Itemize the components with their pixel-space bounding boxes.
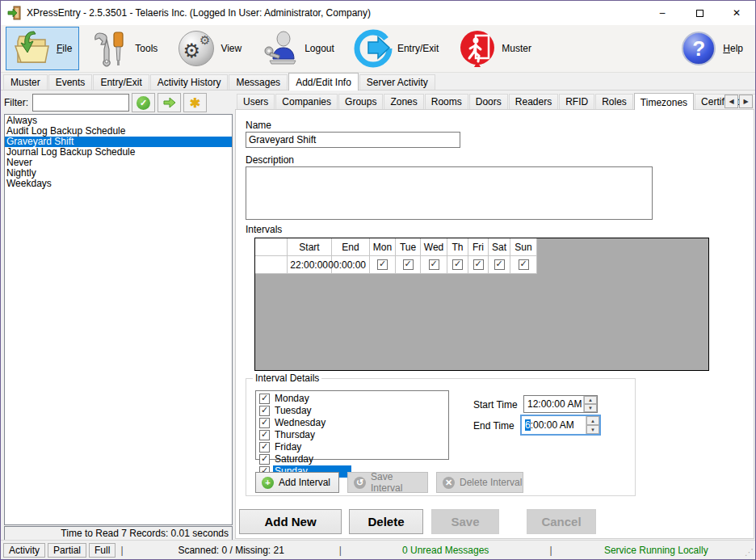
filter-label: Filter: <box>4 97 28 108</box>
tab-events[interactable]: Events <box>48 74 93 90</box>
col-mon: Mon <box>370 238 396 256</box>
full-button[interactable]: Full <box>89 543 116 558</box>
grid-data-row[interactable]: 22:00:00 00:00:00 <box>255 256 708 274</box>
description-input[interactable] <box>246 166 653 220</box>
asterisk-icon: ✱ <box>190 95 200 111</box>
list-item[interactable]: Journal Log Backup Schedule <box>5 147 232 158</box>
muster-runner-icon <box>458 30 497 67</box>
th-checkbox[interactable] <box>452 259 463 270</box>
list-item[interactable]: Never <box>5 158 232 168</box>
day-item-friday[interactable]: Friday <box>258 441 351 453</box>
tab-server-activity[interactable]: Server Activity <box>359 74 435 90</box>
spin-down-icon[interactable]: ▼ <box>586 425 599 434</box>
wed-checkbox[interactable] <box>429 259 439 270</box>
tab-groups[interactable]: Groups <box>338 94 383 109</box>
add-new-button[interactable]: Add New <box>239 509 342 534</box>
start-time-spinner[interactable]: 12:00:00 AM ▲ ▼ <box>523 395 598 413</box>
tab-entry-exit[interactable]: Entry/Exit <box>93 74 149 90</box>
tab-roles[interactable]: Roles <box>595 94 633 109</box>
toolbar: File Tools ⚙⚙ View <box>1 25 755 73</box>
start-time-value[interactable]: 12:00:00 AM <box>524 396 583 412</box>
thursday-checkbox[interactable] <box>259 430 270 440</box>
tab-companies[interactable]: Companies <box>275 94 338 109</box>
day-item-tuesday[interactable]: Tuesday <box>258 405 351 417</box>
tab-scroll-right-icon[interactable]: ▶ <box>739 95 753 108</box>
close-button[interactable]: ✕ <box>718 1 755 25</box>
spin-down-icon[interactable]: ▼ <box>584 404 597 412</box>
saturday-checkbox[interactable] <box>259 454 270 465</box>
muster-button[interactable]: Muster <box>451 27 539 70</box>
logout-person-icon <box>261 30 300 67</box>
tab-add-edit-info[interactable]: Add/Edit Info <box>288 73 359 91</box>
partial-button[interactable]: Partial <box>48 543 86 558</box>
mon-cell[interactable] <box>370 256 396 274</box>
resize-grip[interactable]: ⋰ <box>745 547 754 558</box>
interval-details-group: Interval Details Monday Tuesday Wednesda… <box>246 378 636 496</box>
intervals-grid[interactable]: Start End Mon Tue Wed Th Fri Sat Sun 22:… <box>254 238 709 371</box>
tuesday-label: Tuesday <box>273 405 351 417</box>
filter-apply-button[interactable]: ✓ <box>132 93 155 112</box>
filter-input[interactable] <box>32 94 129 112</box>
help-button[interactable]: ? Help <box>672 27 750 70</box>
tue-checkbox[interactable] <box>403 259 414 270</box>
tools-button[interactable]: Tools <box>84 27 165 70</box>
sun-checkbox[interactable] <box>519 259 529 270</box>
tab-readers[interactable]: Readers <box>509 94 558 109</box>
sun-cell[interactable] <box>510 256 537 274</box>
fri-cell[interactable] <box>468 256 489 274</box>
tab-scroll-left-icon[interactable]: ◀ <box>724 95 738 108</box>
wed-cell[interactable] <box>421 256 447 274</box>
logout-button[interactable]: Logout <box>254 27 342 70</box>
spin-up-icon[interactable]: ▲ <box>586 416 599 425</box>
tab-zones[interactable]: Zones <box>384 94 423 109</box>
tuesday-checkbox[interactable] <box>259 406 270 416</box>
end-cell[interactable]: 00:00:00 <box>332 256 370 274</box>
tab-rooms[interactable]: Rooms <box>425 94 468 109</box>
maximize-button[interactable] <box>681 1 718 25</box>
day-item-saturday[interactable]: Saturday <box>258 453 351 465</box>
minimize-button[interactable]: – <box>644 1 681 25</box>
spin-up-icon[interactable]: ▲ <box>584 396 597 404</box>
end-time-value[interactable]: 6:00:00 AM <box>522 416 586 434</box>
filter-go-button[interactable] <box>158 93 181 112</box>
add-interval-button[interactable]: + Add Interval <box>255 472 339 493</box>
mon-checkbox[interactable] <box>377 259 388 270</box>
list-item[interactable]: Weekdays <box>5 179 232 189</box>
col-wed: Wed <box>421 238 447 256</box>
end-time-spinner[interactable]: 6:00:00 AM ▲ ▼ <box>520 415 601 436</box>
sat-cell[interactable] <box>489 256 510 274</box>
row-header-cell[interactable] <box>255 256 288 274</box>
tab-rfid[interactable]: RFID <box>559 94 594 109</box>
day-item-monday[interactable]: Monday <box>258 393 351 405</box>
start-cell[interactable]: 22:00:00 <box>288 256 332 274</box>
end-time-label: End Time <box>473 420 514 432</box>
name-input[interactable] <box>246 132 460 148</box>
tab-activity-history[interactable]: Activity History <box>150 74 229 90</box>
activity-button[interactable]: Activity <box>3 543 45 558</box>
sat-checkbox[interactable] <box>494 259 505 270</box>
end-time-selected-digit[interactable]: 6 <box>525 419 531 431</box>
wednesday-checkbox[interactable] <box>259 418 270 428</box>
monday-checkbox[interactable] <box>259 394 270 404</box>
day-item-thursday[interactable]: Thursday <box>258 429 351 441</box>
end-time-rest[interactable]: :00:00 AM <box>531 419 574 431</box>
fri-checkbox[interactable] <box>473 259 484 270</box>
filter-options-button[interactable]: ✱ <box>183 93 207 112</box>
view-button[interactable]: ⚙⚙ View <box>170 27 249 70</box>
tab-doors[interactable]: Doors <box>469 94 508 109</box>
file-button[interactable]: File <box>6 27 79 70</box>
tab-timezones[interactable]: Timezones <box>634 93 694 110</box>
tab-users[interactable]: Users <box>237 94 275 109</box>
delete-button[interactable]: Delete <box>349 509 423 534</box>
delete-circle-icon: ✕ <box>443 477 455 489</box>
tab-messages[interactable]: Messages <box>229 74 288 90</box>
tue-cell[interactable] <box>396 256 421 274</box>
th-cell[interactable] <box>447 256 468 274</box>
tab-muster[interactable]: Muster <box>3 74 48 90</box>
status-separator: | <box>549 545 552 556</box>
friday-checkbox[interactable] <box>259 442 270 453</box>
day-item-wednesday[interactable]: Wednesday <box>258 417 351 429</box>
start-time-label: Start Time <box>473 399 518 411</box>
service-status: Service Running Locally <box>557 545 755 556</box>
entry-exit-button[interactable]: Entry/Exit <box>346 27 446 70</box>
